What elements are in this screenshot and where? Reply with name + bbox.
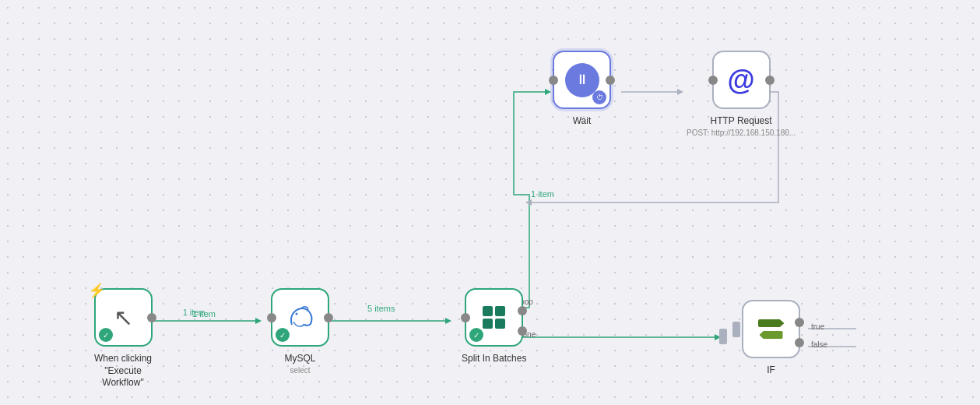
trigger-output-connector <box>147 313 156 322</box>
split-input-connector <box>461 313 470 322</box>
clock-badge: ⏱ <box>592 90 606 104</box>
mysql-sublabel: select <box>290 366 310 375</box>
merge-bar-split-if <box>719 329 727 344</box>
workflow-canvas: 1 item 1 item 5 items loop done 1 item t… <box>0 0 980 405</box>
split-label: Split In Batches <box>462 353 526 365</box>
split-in-batches-node[interactable]: ✓ Split In Batches <box>462 288 526 365</box>
mysql-output-connector <box>324 313 333 322</box>
http-sublabel: POST: http://192.168.150.180... <box>687 129 796 137</box>
if-node[interactable]: IF <box>742 300 800 377</box>
mysql-input-connector <box>267 313 276 322</box>
edge-count-1: 1 item <box>192 309 216 319</box>
trigger-label: When clicking "Execute Workflow" <box>84 353 162 389</box>
mysql-label: MySQL <box>284 353 315 365</box>
grid-icon <box>481 305 507 330</box>
edge-count-loop: 1 item <box>531 189 554 199</box>
if-true-connector <box>795 318 804 327</box>
edge-count-2: 5 items <box>367 304 395 313</box>
split-loop-connector <box>518 306 527 315</box>
wait-input-connector <box>549 76 558 85</box>
http-output-connector <box>765 76 775 85</box>
svg-marker-4 <box>545 89 551 95</box>
mysql-check-badge: ✓ <box>276 328 290 342</box>
split-done-connector <box>518 326 527 336</box>
mysql-icon <box>286 303 315 333</box>
http-request-node[interactable]: @ HTTP Request POST: http://192.168.150.… <box>687 51 796 137</box>
svg-point-12 <box>295 312 297 315</box>
svg-marker-7 <box>525 199 532 206</box>
svg-marker-6 <box>677 89 683 95</box>
if-false-connector <box>795 338 804 347</box>
true-label: true <box>811 322 824 331</box>
http-label: HTTP Request <box>710 115 771 128</box>
at-icon: @ <box>727 64 754 97</box>
if-input-merge <box>732 322 740 337</box>
false-label: false <box>811 340 827 349</box>
split-check-badge: ✓ <box>469 328 483 342</box>
http-input-connector <box>708 76 718 85</box>
mysql-node[interactable]: ✓ MySQL select <box>271 288 329 375</box>
wait-node[interactable]: ⏸ ⏱ Wait <box>553 51 611 128</box>
svg-marker-3 <box>445 318 451 324</box>
wait-label: Wait <box>573 115 592 128</box>
signs-icon <box>755 316 788 342</box>
svg-marker-1 <box>255 318 262 324</box>
wait-output-connector <box>606 76 615 85</box>
trigger-node[interactable]: ⚡ ↖ ✓ When clicking "Execute Workflow" <box>84 288 162 389</box>
if-label: IF <box>767 364 775 377</box>
check-badge: ✓ <box>99 328 113 342</box>
flash-icon: ⚡ <box>88 282 105 299</box>
cursor-icon: ↖ <box>114 304 133 331</box>
